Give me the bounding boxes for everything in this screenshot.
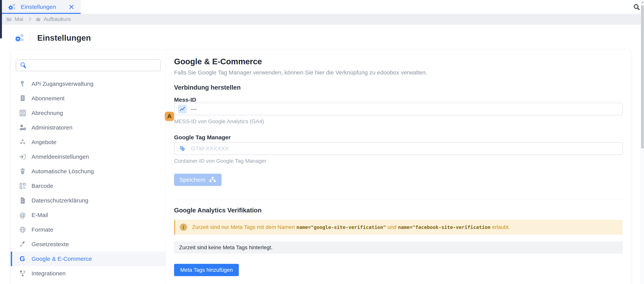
annotation-marker-a: A — [165, 112, 174, 121]
warning-text: Zurzeit sind nur Meta Tags mit dem Namen… — [192, 224, 510, 230]
left-edge-strip — [0, 0, 2, 38]
app-window: Einstellungen 1 — [0, 0, 644, 284]
document-icon — [19, 197, 26, 204]
info-icon: i — [180, 224, 187, 231]
gtm-hint: Container-ID von Google Tag Manager — [174, 158, 266, 164]
law-icon — [19, 241, 26, 248]
page-title: Einstellungen — [37, 33, 91, 43]
tab-active-underline — [0, 13, 81, 14]
svg-text:@: @ — [20, 212, 26, 219]
tab-bar: Einstellungen 1 — [0, 0, 644, 14]
cubes-icon — [19, 139, 26, 146]
section-heading: Google & E-Commerce — [174, 57, 262, 66]
sidebar-item-datenschutzerklaerung[interactable]: Datenschutzerklärung — [11, 193, 166, 208]
sidebar-item-integrationen[interactable]: Integrationen — [11, 266, 166, 281]
sidebar-item-barcode[interactable]: Barcode — [11, 179, 166, 193]
abacus-icon — [19, 110, 26, 116]
scrollbar-up-arrow-icon[interactable] — [642, 1, 644, 3]
tab-einstellungen[interactable]: Einstellungen — [0, 0, 81, 14]
save-button[interactable]: Speichern — [174, 174, 222, 186]
sidebar-item-abonnement[interactable]: Abonnement — [11, 91, 166, 106]
sidebar-item-formate[interactable]: Formate — [11, 222, 166, 237]
sidebar-search[interactable] — [16, 59, 160, 71]
chevron-right-icon — [28, 17, 32, 21]
breadcrumb-folder-label[interactable]: Mai — [14, 16, 23, 22]
warning-banner: i Zurzeit sind nur Meta Tags mit dem Nam… — [174, 220, 623, 235]
receipt-icon — [19, 95, 26, 102]
page-header: Einstellungen — [14, 31, 91, 45]
sidebar-item-api-zugangsverwaltung[interactable]: API Zugangsverwaltung — [11, 77, 166, 91]
add-meta-tags-button[interactable]: Meta Tags hinzufügen — [174, 264, 239, 276]
mess-id-hint: MESS-ID von Google Analytics (GA4) — [174, 118, 264, 125]
sidebar-menu: API Zugangsverwaltung Abonnement Abrechn… — [11, 77, 166, 281]
connection-section-title: Verbindung herstellen — [174, 84, 241, 91]
google-icon: G — [19, 255, 26, 263]
sidebar-item-administratoren[interactable]: Administratoren — [11, 120, 166, 135]
header-divider — [30, 32, 30, 43]
svg-text:G: G — [20, 255, 25, 263]
package-icon — [36, 17, 41, 22]
main-content: Google & E-Commerce Falls Sie Google Tag… — [174, 50, 623, 284]
search-icon[interactable] — [633, 4, 640, 10]
mess-id-label: Mess-ID — [174, 96, 196, 103]
breadcrumb: Mai Aufbaukurs — [0, 14, 644, 24]
key-icon — [19, 80, 26, 87]
trash-icon — [19, 168, 26, 175]
settings-sidebar: API Zugangsverwaltung Abonnement Abrechn… — [11, 50, 166, 284]
sidebar-item-email[interactable]: @ E-Mail — [11, 208, 166, 222]
tab-title: Einstellungen — [21, 4, 56, 10]
tab-close-icon[interactable] — [69, 4, 74, 9]
breadcrumb-item-label[interactable]: Aufbaukurs — [44, 16, 71, 22]
search-icon — [20, 62, 26, 69]
verification-section-title: Google Analytics Verifikation — [174, 207, 262, 214]
sidebar-item-angebote[interactable]: Angebote — [11, 135, 166, 149]
settings-gears-icon — [14, 33, 24, 43]
integration-icon — [19, 270, 26, 277]
mess-id-input[interactable] — [191, 106, 537, 112]
sidebar-item-abrechnung[interactable]: Abrechnung — [11, 106, 166, 120]
section-divider — [174, 200, 623, 200]
gtm-field[interactable] — [174, 142, 623, 155]
sidebar-item-google-ecommerce[interactable]: G Google & E-Commerce — [11, 252, 166, 266]
admin-user-icon — [19, 124, 26, 131]
tag-icon — [178, 145, 187, 152]
sidebar-item-anmeldeeinstellungen[interactable]: Anmeldeeinstellungen — [11, 149, 166, 164]
folder-icon — [6, 17, 12, 22]
scrollbar-thumb[interactable] — [641, 5, 644, 148]
gtm-label: Google Tag Manager — [174, 134, 230, 141]
sidebar-search-input[interactable] — [30, 62, 152, 68]
section-subheading: Falls Sie Google Tag Manager verwenden, … — [174, 69, 427, 76]
settings-gears-icon — [7, 2, 16, 11]
save-button-label: Speichern — [180, 177, 206, 183]
code-facebook-site-verification: name="facebook-site-verification — [398, 225, 490, 230]
globe-icon — [19, 226, 26, 233]
sidebar-item-gesetzestexte[interactable]: Gesetzestexte — [11, 237, 166, 252]
code-google-site-verification: name="google-site-verification" — [296, 225, 386, 230]
empty-meta-tags-notice: Zurzeit sind keine Meta Tags hinterlegt. — [174, 241, 623, 254]
mess-id-field[interactable] — [174, 103, 623, 115]
sidebar-item-automatische-loeschung[interactable]: Automatische Löschung — [11, 164, 166, 179]
vertical-scrollbar[interactable] — [641, 0, 644, 284]
qr-code-icon — [19, 183, 26, 189]
at-icon: @ — [19, 212, 26, 219]
login-icon — [19, 153, 26, 160]
sitemap-icon — [209, 177, 216, 183]
settings-card: API Zugangsverwaltung Abonnement Abrechn… — [10, 49, 631, 284]
gtm-input[interactable] — [191, 145, 537, 152]
analytics-chart-icon — [178, 105, 187, 113]
